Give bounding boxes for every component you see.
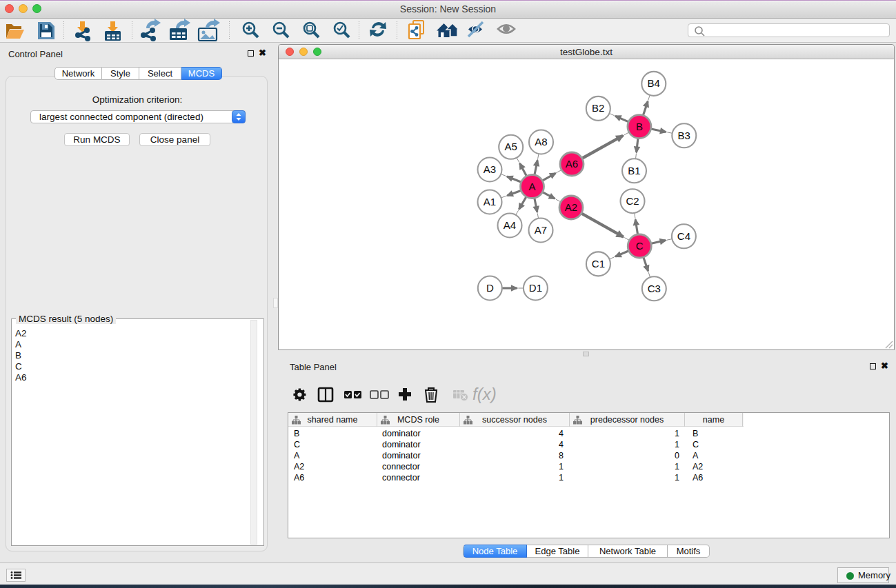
svg-text:B: B [636,121,643,132]
svg-text:A2: A2 [565,201,577,213]
svg-text:D1: D1 [529,282,542,294]
svg-text:A1: A1 [484,196,496,207]
svg-text:B2: B2 [592,102,604,114]
svg-text:C1: C1 [592,258,605,270]
svg-text:A5: A5 [505,141,517,152]
svg-text:f(x): f(x) [472,385,497,403]
svg-text:D: D [486,282,494,294]
svg-text:B3: B3 [678,130,690,141]
svg-text:A6: A6 [566,158,578,170]
svg-text:A3: A3 [484,163,496,175]
svg-text:A4: A4 [504,219,516,231]
svg-text:A8: A8 [535,136,547,148]
svg-text:C: C [636,240,644,252]
svg-text:B1: B1 [628,165,640,176]
svg-text:C3: C3 [648,283,661,294]
svg-text:B4: B4 [648,77,660,89]
svg-text:A7: A7 [535,224,547,236]
svg-text:C4: C4 [677,230,690,242]
svg-text:A: A [528,181,535,192]
svg-text:C2: C2 [626,195,639,207]
